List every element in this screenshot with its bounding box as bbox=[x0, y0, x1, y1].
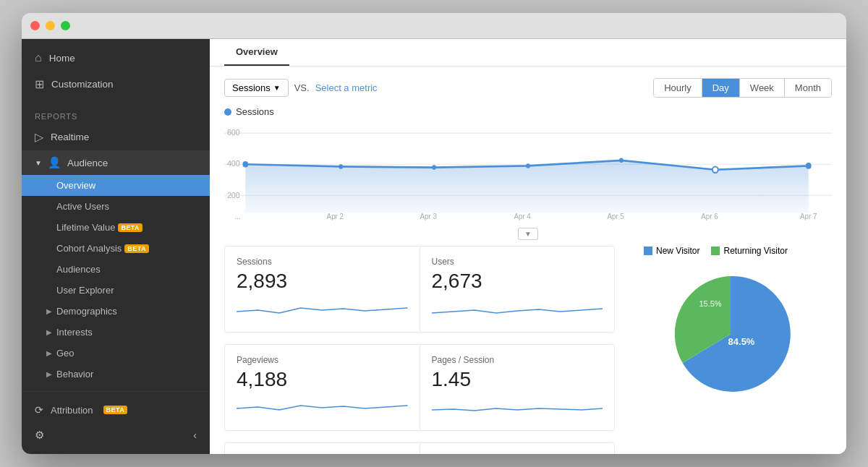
sidebar-sub-lifetime-value[interactable]: Lifetime Value BETA bbox=[22, 217, 210, 238]
sidebar-lifetime-value-label: Lifetime Value bbox=[56, 222, 115, 233]
scroll-indicator: ▼ bbox=[224, 228, 832, 240]
sidebar-sub-user-explorer[interactable]: User Explorer bbox=[22, 280, 210, 301]
sidebar-user-explorer-label: User Explorer bbox=[56, 285, 114, 296]
tab-overview-label: Overview bbox=[236, 46, 278, 57]
metrics-left: Sessions 2,893 Users 2,673 bbox=[224, 246, 615, 454]
bottom-area: Sessions 2,893 Users 2,673 bbox=[224, 246, 832, 454]
sidebar-group-geo[interactable]: ▶ Geo bbox=[22, 343, 210, 364]
sidebar-active-users-label: Active Users bbox=[56, 201, 109, 212]
pages-session-metric-label: Pages / Session bbox=[432, 355, 603, 365]
collapse-icon[interactable]: ‹ bbox=[193, 429, 197, 441]
chart-legend: Sessions bbox=[224, 106, 832, 117]
pie-section: New Visitor Returning Visitor bbox=[629, 246, 832, 454]
time-btn-week[interactable]: Week bbox=[739, 79, 784, 97]
pie-legend: New Visitor Returning Visitor bbox=[644, 246, 788, 256]
svg-text:Apr 7: Apr 7 bbox=[800, 212, 817, 220]
sidebar-nav-top: ⌂ Home ⊞ Customization bbox=[22, 39, 210, 103]
minimize-button[interactable] bbox=[46, 21, 55, 30]
metric-card-users: Users 2,673 bbox=[420, 246, 616, 333]
tab-overview[interactable]: Overview bbox=[224, 39, 289, 66]
sessions-dropdown[interactable]: Sessions ▼ bbox=[224, 79, 289, 97]
sessions-dropdown-label: Sessions bbox=[232, 82, 271, 93]
svg-point-11 bbox=[712, 166, 718, 173]
users-metric-label: Users bbox=[432, 257, 603, 267]
time-btn-day[interactable]: Day bbox=[702, 79, 739, 97]
sidebar-customization-label: Customization bbox=[51, 79, 114, 90]
sidebar-item-attribution[interactable]: ⟳ Attribution BETA bbox=[22, 398, 210, 422]
svg-text:Apr 3: Apr 3 bbox=[420, 212, 438, 220]
sidebar-group-demographics[interactable]: ▶ Demographics bbox=[22, 301, 210, 322]
titlebar bbox=[22, 13, 846, 39]
sidebar-item-realtime[interactable]: ▷ Realtime bbox=[22, 124, 210, 150]
svg-rect-20 bbox=[644, 247, 652, 255]
tab-bar: Overview bbox=[210, 39, 846, 67]
sidebar-attribution-label: Attribution bbox=[51, 405, 93, 416]
sidebar-sub-active-users[interactable]: Active Users bbox=[22, 196, 210, 217]
sidebar-sub-cohort-analysis[interactable]: Cohort Analysis BETA bbox=[22, 238, 210, 259]
app-window: ⌂ Home ⊞ Customization REPORTS ▷ Realtim… bbox=[22, 13, 846, 454]
geo-chevron-icon: ▶ bbox=[46, 349, 52, 357]
select-metric-link[interactable]: Select a metric bbox=[315, 82, 378, 93]
metric-card-pageviews: Pageviews 4,188 bbox=[224, 344, 420, 431]
sidebar-item-audience[interactable]: ▼ 👤 Audience bbox=[22, 150, 210, 175]
pageviews-metric-label: Pageviews bbox=[237, 355, 408, 365]
sidebar-demographics-label: Demographics bbox=[56, 306, 117, 317]
sidebar-realtime-label: Realtime bbox=[51, 132, 89, 142]
vs-label: VS. bbox=[294, 82, 310, 93]
metrics-row-3: Avg. Session Duration 00:00:54 Bounce Ra… bbox=[224, 442, 615, 454]
sidebar-behavior-label: Behavior bbox=[56, 369, 93, 380]
sidebar-sub-overview[interactable]: Overview bbox=[22, 175, 210, 196]
svg-rect-21 bbox=[711, 247, 720, 255]
sidebar-item-settings[interactable]: ⚙ ‹ bbox=[22, 422, 210, 448]
sidebar-overview-label: Overview bbox=[56, 180, 95, 191]
sidebar-home-label: Home bbox=[49, 53, 75, 64]
sessions-sparkline bbox=[237, 297, 408, 319]
sidebar-sub-audiences[interactable]: Audiences bbox=[22, 259, 210, 280]
avg-duration-metric-label: Avg. Session Duration bbox=[237, 453, 408, 454]
sidebar-reports-section: REPORTS bbox=[22, 103, 210, 124]
sidebar-cohort-analysis-label: Cohort Analysis bbox=[56, 243, 122, 254]
audience-expand-icon: ▼ bbox=[35, 159, 42, 167]
app-body: ⌂ Home ⊞ Customization REPORTS ▷ Realtim… bbox=[22, 39, 846, 454]
new-visitor-color-icon bbox=[644, 247, 652, 255]
svg-text:600: 600 bbox=[227, 128, 240, 137]
metrics-row-1: Sessions 2,893 Users 2,673 bbox=[224, 246, 615, 333]
bounce-rate-metric-label: Bounce Rate bbox=[432, 453, 603, 454]
time-btn-hourly[interactable]: Hourly bbox=[654, 79, 702, 97]
metric-card-avg-duration: Avg. Session Duration 00:00:54 bbox=[224, 442, 420, 454]
main-content: Overview Sessions ▼ VS. Select a metric bbox=[210, 39, 846, 454]
sidebar-group-interests[interactable]: ▶ Interests bbox=[22, 322, 210, 343]
scroll-arrow[interactable]: ▼ bbox=[518, 228, 538, 240]
svg-text:Apr 6: Apr 6 bbox=[701, 212, 718, 220]
svg-point-9 bbox=[526, 163, 530, 168]
pages-session-metric-value: 1.45 bbox=[432, 368, 603, 391]
time-btn-month[interactable]: Month bbox=[784, 79, 831, 97]
close-button[interactable] bbox=[30, 21, 40, 30]
customization-icon: ⊞ bbox=[35, 77, 44, 91]
pie-legend-returning-visitor: Returning Visitor bbox=[711, 246, 788, 256]
sessions-legend-dot bbox=[224, 108, 231, 116]
realtime-icon: ▷ bbox=[35, 130, 43, 144]
sidebar-interests-label: Interests bbox=[56, 327, 93, 338]
metric-selector: Sessions ▼ VS. Select a metric bbox=[224, 79, 378, 97]
maximize-button[interactable] bbox=[61, 21, 70, 30]
users-sparkline bbox=[432, 297, 603, 319]
sidebar-group-behavior[interactable]: ▶ Behavior bbox=[22, 364, 210, 385]
sidebar-item-customization[interactable]: ⊞ Customization bbox=[22, 71, 210, 98]
metric-card-pages-session: Pages / Session 1.45 bbox=[420, 344, 616, 431]
svg-text:Apr 5: Apr 5 bbox=[607, 212, 624, 220]
chart-svg: 600 400 200 bbox=[224, 121, 832, 223]
sidebar-item-home[interactable]: ⌂ Home bbox=[22, 45, 210, 71]
sidebar-audiences-label: Audiences bbox=[56, 264, 101, 275]
pages-session-sparkline bbox=[432, 395, 603, 417]
sidebar: ⌂ Home ⊞ Customization REPORTS ▷ Realtim… bbox=[22, 39, 210, 454]
home-icon: ⌂ bbox=[35, 51, 42, 64]
svg-point-6 bbox=[242, 161, 248, 168]
traffic-lights bbox=[30, 21, 70, 30]
svg-text:...: ... bbox=[235, 212, 241, 220]
metric-card-sessions: Sessions 2,893 bbox=[224, 246, 420, 333]
pie-legend-new-visitor: New Visitor bbox=[644, 246, 699, 256]
attribution-beta-badge: BETA bbox=[103, 406, 128, 414]
settings-icon: ⚙ bbox=[35, 429, 44, 442]
time-range-buttons: Hourly Day Week Month bbox=[653, 78, 832, 98]
